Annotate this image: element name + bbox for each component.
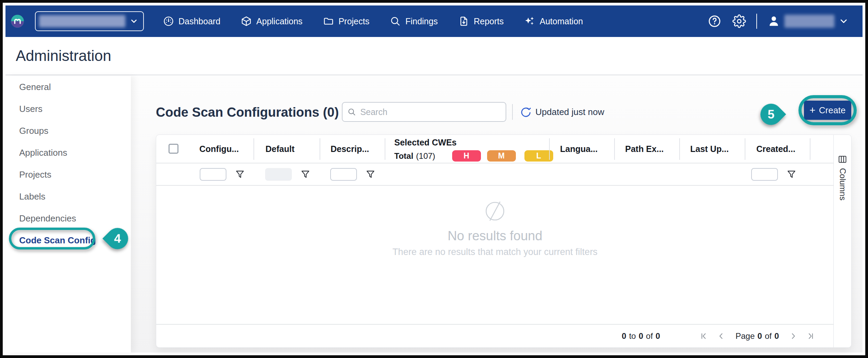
annotation-step-4-number: 4 [107, 228, 128, 249]
table-footer: 0 to 0 of 0 Page [156, 324, 834, 348]
search-box [342, 102, 506, 122]
column-header-description[interactable]: Descrip... [331, 135, 369, 163]
column-header-configuration[interactable]: Configu... [199, 135, 239, 163]
app-window: Dashboard Applications Projects [0, 0, 868, 358]
next-page-button[interactable] [787, 330, 799, 342]
nav-label: Projects [338, 16, 369, 26]
range-of-word: of [646, 331, 653, 341]
filter-funnel-icon[interactable] [235, 170, 245, 180]
sidebar-item-projects[interactable]: Projects [5, 164, 131, 186]
nav-item-reports[interactable]: Reports [458, 16, 504, 27]
chevron-down-icon[interactable] [839, 16, 849, 26]
table-filter-row [156, 163, 834, 186]
main-panel: Code Scan Configurations (0) Updated [156, 76, 863, 353]
help-icon [708, 14, 721, 28]
nav-item-projects[interactable]: Projects [323, 16, 369, 27]
search-icon [347, 107, 356, 117]
last-page-button[interactable] [804, 330, 817, 342]
sidebar-item-groups[interactable]: Groups [5, 120, 131, 142]
cwe-total-label: Total [394, 151, 413, 161]
page-title: Administration [16, 47, 111, 64]
table-header-row: Configu... Default Descrip... Selected C… [156, 135, 834, 163]
previous-page-button[interactable] [715, 330, 727, 342]
search-input[interactable] [360, 107, 501, 117]
range-to-word: to [629, 331, 636, 341]
nav-item-dashboard[interactable]: Dashboard [163, 16, 220, 27]
code-scan-config-table: Configu... Default Descrip... Selected C… [156, 135, 852, 348]
column-divider [320, 138, 320, 160]
column-header-created[interactable]: Created... [756, 135, 795, 163]
chevron-down-icon [129, 17, 138, 26]
filter-input-configuration[interactable] [200, 168, 226, 181]
refresh-button[interactable] [520, 106, 531, 119]
navbar-right [708, 14, 849, 29]
column-header-selected-cwes: Selected CWEs Total (107) H M L [394, 138, 553, 162]
page-total: 0 [774, 331, 779, 341]
column-header-languages[interactable]: Langua... [560, 135, 598, 163]
mend-logo-icon[interactable] [10, 14, 25, 28]
nav-item-applications[interactable]: Applications [241, 16, 302, 27]
empty-state-subtitle: There are no results that match your cur… [156, 247, 834, 257]
low-severity-badge[interactable]: L [524, 150, 553, 162]
nav-label: Reports [474, 16, 504, 26]
updated-status: Updated just now [535, 107, 604, 117]
column-divider [549, 138, 550, 160]
sidebar-item-users[interactable]: Users [5, 98, 131, 120]
toolbar-divider [512, 104, 513, 120]
high-severity-badge[interactable]: H [452, 150, 481, 162]
filter-funnel-icon[interactable] [301, 170, 310, 180]
column-divider [253, 138, 254, 160]
help-button[interactable] [708, 14, 721, 28]
medium-severity-badge[interactable]: M [487, 150, 516, 162]
nav-label: Automation [540, 16, 583, 26]
page-of-word: of [765, 331, 772, 341]
nav-item-findings[interactable]: Findings [390, 16, 438, 27]
sidebar-item-applications[interactable]: Applications [5, 142, 131, 164]
sidebar-item-labels[interactable]: Labels [5, 186, 131, 207]
user-avatar-icon [767, 15, 780, 28]
filter-funnel-icon[interactable] [366, 170, 375, 180]
column-header-last-updated[interactable]: Last Up... [690, 135, 729, 163]
selected-cwes-label: Selected CWEs [394, 138, 553, 148]
columns-panel-toggle[interactable]: Columns [833, 135, 851, 347]
columns-icon [838, 155, 847, 164]
primary-nav: Dashboard Applications Projects [163, 16, 583, 27]
nav-label: Applications [256, 16, 302, 26]
filter-funnel-icon[interactable] [787, 170, 796, 180]
settings-button[interactable] [732, 14, 746, 28]
filter-input-description[interactable] [330, 168, 357, 181]
nav-item-automation[interactable]: Automation [524, 16, 583, 27]
filter-input-default [265, 168, 292, 181]
sidebar-item-general[interactable]: General [5, 76, 131, 98]
column-header-default[interactable]: Default [265, 135, 295, 163]
sparkles-icon [524, 16, 535, 27]
filter-input-created[interactable] [751, 168, 778, 181]
user-menu[interactable] [767, 15, 780, 28]
page-word: Page [735, 331, 755, 341]
annotation-step-5-number: 5 [760, 104, 782, 125]
folder-icon [323, 16, 334, 27]
first-page-button[interactable] [698, 330, 710, 342]
column-divider [385, 138, 385, 160]
cube-icon [241, 16, 252, 27]
page-current: 0 [757, 331, 762, 341]
range-start: 0 [622, 331, 626, 341]
pagination-controls: Page 0 of 0 [698, 330, 817, 342]
create-button[interactable]: + Create [804, 101, 851, 120]
gear-icon [732, 14, 746, 28]
refresh-icon [520, 106, 531, 118]
no-results-icon [484, 200, 506, 222]
select-all-checkbox[interactable] [169, 144, 178, 154]
sidebar-item-dependencies[interactable]: Dependencies [5, 207, 131, 229]
empty-state-title: No results found [156, 229, 834, 243]
column-header-path-exclusions[interactable]: Path Ex... [625, 135, 664, 163]
organization-dropdown[interactable] [35, 11, 144, 31]
top-navbar: Dashboard Applications Projects [5, 5, 863, 37]
column-divider [810, 138, 810, 160]
organization-name-redacted [39, 15, 125, 27]
gauge-icon [163, 16, 174, 27]
row-range-status: 0 to 0 of 0 [622, 331, 660, 341]
plus-icon: + [809, 105, 816, 115]
nav-label: Dashboard [178, 16, 220, 26]
nav-label: Findings [405, 16, 438, 26]
